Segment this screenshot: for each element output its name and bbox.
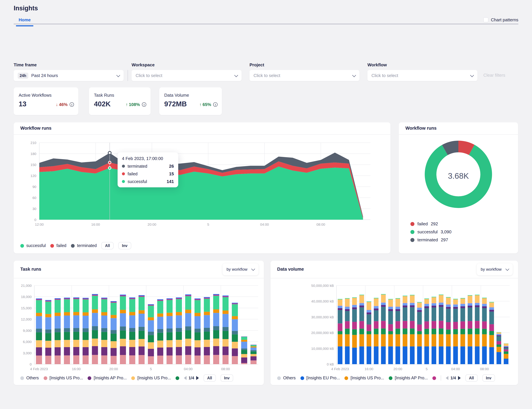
legend-item-failed[interactable]: failed xyxy=(50,243,66,248)
svg-text:08:00: 08:00 xyxy=(480,367,489,371)
tooltip-series-name: failed xyxy=(127,171,138,176)
workflow-runs-area-chart[interactable]: 030609012015018021012:0016:0020:00504:00… xyxy=(14,134,390,238)
tooltip-series-value: 141 xyxy=(167,179,174,184)
svg-text:4 Feb 2023: 4 Feb 2023 xyxy=(331,367,349,371)
data-volume-groupby-dropdown[interactable]: by workflow xyxy=(477,263,513,275)
page-prev-icon[interactable] xyxy=(446,376,448,380)
all-button[interactable]: All xyxy=(101,242,114,249)
area-chart-legend: successfulfailedterminatedAllInv xyxy=(20,242,131,249)
legend-item--insights-us-pro-[interactable]: [Insights US Pro... xyxy=(44,376,83,380)
legend-item[interactable] xyxy=(176,376,179,380)
chevron-down-icon xyxy=(117,73,120,77)
page-next-icon[interactable] xyxy=(458,376,461,380)
legend-label: terminated xyxy=(417,237,438,242)
workflow-runs-donut-chart[interactable] xyxy=(399,134,518,218)
tab-home[interactable]: Home xyxy=(16,17,33,26)
task-runs-bar-chart[interactable]: 03,0006,0009,00012,00015,00018,00021,000… xyxy=(14,278,264,375)
donut-legend-item-terminated[interactable]: terminated297 xyxy=(410,237,451,242)
legend-item--insights-us-pro-[interactable]: [Insights US Pro... xyxy=(345,376,384,380)
info-icon[interactable]: i xyxy=(70,102,74,107)
arrow-up-icon: ↑ xyxy=(199,102,202,107)
svg-text:21,000: 21,000 xyxy=(21,284,32,288)
panel-title: Task runs xyxy=(20,267,41,272)
inv-button[interactable]: Inv xyxy=(118,242,131,249)
panel-title: Workflow runs xyxy=(406,126,437,131)
kpi-value: 13 xyxy=(19,100,27,108)
svg-text:0: 0 xyxy=(34,218,36,222)
chevron-down-icon xyxy=(251,267,255,271)
workspace-dropdown[interactable]: Click to select xyxy=(132,70,242,81)
kpi-delta-value: 46% xyxy=(59,102,68,107)
time-frame-dropdown[interactable]: 24h Past 24 hours xyxy=(14,70,124,81)
legend-label: [Insights US Pro... xyxy=(351,376,384,380)
svg-text:5: 5 xyxy=(207,223,209,226)
donut-legend-item-successful[interactable]: successful3,090 xyxy=(410,229,451,234)
legend-item-others[interactable]: Others xyxy=(277,376,296,380)
legend-item--insights-us-pro-[interactable]: [Insights US Pro... xyxy=(131,376,171,380)
chevron-down-icon xyxy=(352,73,356,77)
legend-item-terminated[interactable]: terminated xyxy=(71,243,97,248)
legend-item-others[interactable]: Others xyxy=(20,376,39,380)
svg-text:40,000,000 kB: 40,000,000 kB xyxy=(311,299,334,303)
svg-text:18,000: 18,000 xyxy=(21,295,32,299)
legend-label: terminated xyxy=(77,243,97,248)
inv-button[interactable]: Inv xyxy=(482,374,495,382)
tooltip-series-name: successful xyxy=(127,179,147,184)
svg-text:12:00: 12:00 xyxy=(35,223,44,226)
all-button[interactable]: All xyxy=(465,374,478,382)
legend-item--insights-ap-pro-[interactable]: [Insights AP Pro... xyxy=(88,376,127,380)
all-button[interactable]: All xyxy=(204,374,216,382)
chart-patterns-checkbox[interactable] xyxy=(483,17,488,22)
task-runs-groupby-dropdown[interactable]: by workflow xyxy=(223,263,259,275)
legend-dot-icon xyxy=(410,222,415,226)
donut-legend-item-failed[interactable]: failed292 xyxy=(410,221,451,226)
info-icon[interactable]: i xyxy=(213,102,217,107)
page-next-icon[interactable] xyxy=(196,376,199,380)
kpi-delta-value: 108% xyxy=(129,102,140,107)
insights-page: Insights Home Chart patterns Time frame … xyxy=(0,0,532,409)
legend-item--insights-eu-pro-[interactable]: [Insights EU Pro... xyxy=(300,376,340,380)
project-placeholder: Click to select xyxy=(253,73,280,78)
tabs-divider xyxy=(14,24,518,24)
clear-filters-button[interactable]: Clear filters xyxy=(483,73,505,78)
legend-dot-icon xyxy=(88,376,91,380)
svg-text:120: 120 xyxy=(30,174,36,178)
legend-label: failed xyxy=(56,243,66,248)
svg-text:6,000: 6,000 xyxy=(23,340,32,344)
legend-dot-icon xyxy=(300,376,304,380)
data-volume-panel: Data volume by workflow 0 kB10,000,000 k… xyxy=(271,261,518,385)
time-frame-value: Past 24 hours xyxy=(31,73,58,78)
groupby-value: by workflow xyxy=(226,267,247,272)
workflow-dropdown[interactable]: Click to select xyxy=(367,70,477,81)
page-prev-icon[interactable] xyxy=(184,376,187,380)
info-icon[interactable]: i xyxy=(142,102,146,107)
legend-value: 292 xyxy=(431,221,438,226)
svg-text:0: 0 xyxy=(30,362,32,366)
svg-text:16:00: 16:00 xyxy=(91,223,100,226)
legend-dot-icon xyxy=(50,244,54,248)
data-volume-bar-chart[interactable]: 0 kB10,000,000 kB20,000,000 kB30,000,000… xyxy=(271,278,518,375)
legend-dot-icon xyxy=(176,376,179,380)
legend-label: [Insights US Pro... xyxy=(137,376,171,380)
svg-text:150: 150 xyxy=(30,163,36,167)
series-dot-icon xyxy=(122,180,125,183)
kpi-card-task-runs: Task Runs 402K ↑ 108% i xyxy=(89,87,151,115)
series-dot-icon xyxy=(122,165,125,168)
legend-dot-icon xyxy=(20,376,24,380)
svg-text:9,000: 9,000 xyxy=(23,329,32,333)
svg-text:3,000: 3,000 xyxy=(23,351,32,355)
chart-patterns-toggle[interactable]: Chart patterns xyxy=(483,17,518,22)
legend-item[interactable] xyxy=(433,376,436,380)
svg-text:20,000,000 kB: 20,000,000 kB xyxy=(311,331,334,335)
svg-text:15,000: 15,000 xyxy=(21,306,32,310)
project-dropdown[interactable]: Click to select xyxy=(250,70,360,81)
page-indicator: 1/4 xyxy=(450,376,456,380)
legend-label: Others xyxy=(283,376,296,380)
tooltip-title: 4 Feb 2023, 17:00:00 xyxy=(122,156,174,161)
tooltip-row: failed15 xyxy=(122,171,174,176)
legend-item-successful[interactable]: successful xyxy=(20,243,46,248)
legend-label: failed xyxy=(417,221,428,226)
legend-item--insights-ap-pro-[interactable]: [Insights AP Pro... xyxy=(389,376,428,380)
inv-button[interactable]: Inv xyxy=(220,374,233,382)
time-frame-label: Time frame xyxy=(14,62,37,67)
